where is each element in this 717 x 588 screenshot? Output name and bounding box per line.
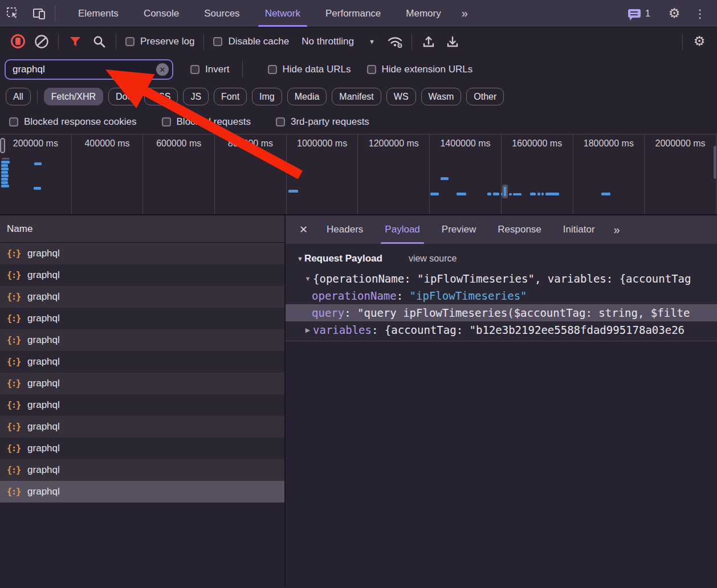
- expanded-triangle-icon[interactable]: ▼: [303, 275, 313, 282]
- payload-line[interactable]: operationName: "ipFlowTimeseries": [286, 287, 717, 304]
- chip-all[interactable]: All: [6, 88, 31, 105]
- tab-memory[interactable]: Memory: [393, 0, 453, 27]
- payload-tree: ▼{operationName: "ipFlowTimeseries", var…: [286, 270, 717, 338]
- tab-console[interactable]: Console: [131, 0, 192, 27]
- chip-js[interactable]: JS: [183, 88, 209, 105]
- blocked-requests-checkbox[interactable]: [162, 117, 171, 126]
- network-settings-button[interactable]: ⚙: [687, 31, 711, 52]
- hide-extension-urls-checkbox-group[interactable]: Hide extension URLs: [362, 64, 478, 75]
- fetch-xhr-icon: {:}: [7, 335, 21, 345]
- chip-media[interactable]: Media: [287, 88, 327, 105]
- payload-line[interactable]: ▼{operationName: "ipFlowTimeseries", var…: [286, 270, 717, 287]
- hide-extension-urls-label: Hide extension URLs: [382, 64, 473, 75]
- network-overview-timeline[interactable]: 200000 ms400000 ms600000 ms800000 ms1000…: [0, 134, 717, 215]
- close-details-button[interactable]: ✕: [291, 215, 316, 244]
- search-button[interactable]: [87, 31, 111, 52]
- customize-menu-button[interactable]: ⋮: [687, 7, 712, 21]
- hide-data-urls-checkbox[interactable]: [268, 65, 277, 74]
- more-panels-button[interactable]: »: [454, 0, 475, 27]
- timeline-request-bar: [1, 164, 8, 167]
- chip-font[interactable]: Font: [214, 88, 247, 105]
- issues-button[interactable]: 1: [622, 9, 656, 19]
- network-toolbar: Preserve log Disable cache No throttling…: [0, 27, 717, 55]
- timeline-request-bar: [34, 162, 42, 165]
- payload-line[interactable]: query: "query ipFlowTimeseries($accountT…: [286, 304, 717, 321]
- invert-checkbox-group[interactable]: Invert: [186, 64, 234, 75]
- inspect-element-button[interactable]: [0, 0, 26, 27]
- third-party-requests-group[interactable]: 3rd-party requests: [271, 116, 374, 128]
- request-row[interactable]: {:}graphql: [0, 394, 284, 416]
- details-tab-payload[interactable]: Payload: [374, 215, 430, 244]
- record-button[interactable]: [6, 31, 30, 52]
- timeline-tick-label: 1800000 ms: [584, 138, 634, 148]
- chip-manifest[interactable]: Manifest: [332, 88, 381, 105]
- gear-icon: ⚙: [694, 35, 706, 48]
- request-row[interactable]: {:}graphql: [0, 373, 284, 394]
- details-tab-headers[interactable]: Headers: [316, 215, 374, 244]
- chip-img[interactable]: Img: [252, 88, 282, 105]
- request-row[interactable]: {:}graphql: [0, 264, 284, 286]
- throttling-value: No throttling: [302, 36, 354, 47]
- tab-performance[interactable]: Performance: [313, 0, 393, 27]
- request-row[interactable]: {:}graphql: [0, 243, 284, 264]
- payload-line[interactable]: ▶variables: {accountTag: "b12e3b2192ee55…: [286, 321, 717, 338]
- throttling-select[interactable]: No throttling ▼: [294, 36, 383, 47]
- export-har-button[interactable]: [441, 31, 465, 52]
- timeline-column: 1200000 ms: [358, 134, 430, 214]
- tab-elements[interactable]: Elements: [66, 0, 131, 27]
- hide-data-urls-checkbox-group[interactable]: Hide data URLs: [263, 64, 356, 75]
- request-row[interactable]: {:}graphql: [0, 438, 284, 459]
- devtools-tabbar: ElementsConsoleSourcesNetworkPerformance…: [0, 0, 717, 27]
- view-source-link[interactable]: view source: [409, 254, 457, 264]
- chip-doc[interactable]: Doc: [108, 88, 139, 105]
- request-row[interactable]: {:}graphql: [0, 329, 284, 351]
- details-tab-initiator[interactable]: Initiator: [552, 215, 606, 244]
- chip-other[interactable]: Other: [466, 88, 504, 105]
- collapse-triangle-icon[interactable]: ▼: [297, 255, 303, 262]
- gear-icon: ⚙: [669, 7, 681, 20]
- chip-fetch-xhr[interactable]: Fetch/XHR: [44, 88, 103, 105]
- blocked-response-cookies-group[interactable]: Blocked response cookies: [5, 116, 141, 128]
- issues-bubble-icon: [628, 9, 641, 18]
- timeline-scrollbar-thumb[interactable]: [714, 146, 716, 179]
- more-details-tabs-button[interactable]: »: [606, 215, 627, 244]
- invert-checkbox[interactable]: [190, 65, 199, 74]
- preserve-log-checkbox[interactable]: [125, 37, 135, 46]
- request-row[interactable]: {:}graphql: [0, 416, 284, 438]
- request-row[interactable]: {:}graphql: [0, 459, 284, 481]
- collapsed-triangle-icon[interactable]: ▶: [303, 326, 313, 334]
- clear-button[interactable]: [30, 31, 54, 52]
- blocked-requests-group[interactable]: Blocked requests: [157, 116, 255, 128]
- wifi-gear-icon: [386, 35, 404, 48]
- disable-cache-checkbox-group[interactable]: Disable cache: [209, 36, 294, 47]
- request-row[interactable]: {:}graphql: [0, 286, 284, 308]
- request-type-filters: AllFetch/XHRDocCSSJSFontImgMediaManifest…: [0, 84, 717, 109]
- import-har-button[interactable]: [417, 31, 441, 52]
- chip-wasm[interactable]: Wasm: [421, 88, 462, 105]
- disable-cache-checkbox[interactable]: [213, 37, 222, 46]
- third-party-requests-checkbox[interactable]: [276, 117, 285, 126]
- toggle-device-toolbar-button[interactable]: [26, 0, 52, 27]
- preserve-log-checkbox-group[interactable]: Preserve log: [121, 36, 199, 47]
- tab-sources[interactable]: Sources: [192, 0, 252, 27]
- network-conditions-button[interactable]: [383, 31, 407, 52]
- record-icon: [11, 34, 25, 48]
- chip-ws[interactable]: WS: [386, 88, 416, 105]
- request-row[interactable]: {:}graphql: [0, 308, 284, 329]
- filter-toggle-button[interactable]: [63, 31, 87, 52]
- request-row[interactable]: {:}graphql: [0, 481, 284, 503]
- tab-network[interactable]: Network: [252, 0, 313, 27]
- details-tab-preview[interactable]: Preview: [431, 215, 487, 244]
- details-tab-response[interactable]: Response: [487, 215, 552, 244]
- settings-button[interactable]: ⚙: [661, 7, 687, 20]
- hide-extension-urls-checkbox[interactable]: [367, 65, 376, 74]
- clear-filter-button[interactable]: ✕: [156, 63, 169, 76]
- filter-input[interactable]: graphql ✕: [5, 59, 173, 80]
- payload-segment-plain: :: [397, 289, 410, 302]
- timeline-left-handle[interactable]: [0, 138, 5, 153]
- blocked-response-cookies-checkbox[interactable]: [9, 117, 18, 126]
- chip-css[interactable]: CSS: [144, 88, 178, 105]
- timeline-request-bar: [545, 193, 559, 195]
- request-row[interactable]: {:}graphql: [0, 351, 284, 373]
- name-column-header[interactable]: Name: [0, 215, 284, 243]
